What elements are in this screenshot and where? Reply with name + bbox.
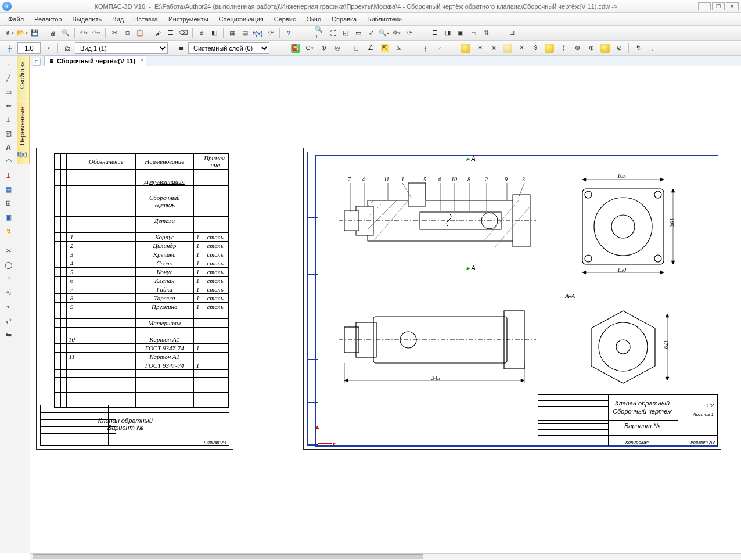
menu-window[interactable]: Окно [301,15,326,24]
panel-properties[interactable]: ≡ Свойства [17,56,30,102]
tool-circle[interactable]: ◯ [3,259,15,271]
osnap-3[interactable]: ⋇ [487,42,500,54]
tool-bez[interactable]: ⌁ [3,301,15,313]
tool-c[interactable]: ▦ [226,27,238,39]
osnap-10[interactable]: ⊕ [585,42,598,54]
tool-text[interactable]: A [3,142,15,153]
tool-tol[interactable]: ± [3,170,15,181]
osnap-2[interactable]: ✶ [473,42,486,54]
cut-button[interactable]: ✂ [109,27,120,39]
snap-center[interactable]: ◎ [331,42,344,54]
snap-end[interactable]: ⊙ [303,42,316,54]
tool-meas[interactable]: ⟟ [3,273,15,285]
osnap-6[interactable]: ※ [529,42,542,54]
print-button[interactable]: 🖨 [47,27,59,39]
drawing-canvas[interactable]: Обозначение Наименование Примеч. ние Док… [30,66,741,553]
horizontal-scrollbar[interactable] [30,553,741,560]
zoom-all-button[interactable]: ▭ [352,27,364,39]
osnap-1[interactable] [459,42,472,54]
tool-mirror[interactable]: ⇋ [3,329,15,340]
tool-dim2[interactable]: ⟂ [3,114,15,125]
spec-btn-e[interactable]: ⇅ [480,27,492,39]
polar[interactable]: ∠ [364,42,377,54]
maximize-button[interactable]: ❐ [712,2,725,10]
minimize-button[interactable]: _ [698,2,711,10]
views-manager[interactable]: 🗂 [61,42,74,54]
scrollbar-thumb[interactable] [33,554,423,559]
snap-xy[interactable]: ⇱ [378,42,391,54]
close-button[interactable]: ✕ [726,2,739,10]
constraint-b[interactable]: ⟋ [433,42,445,54]
osnap-7[interactable] [543,42,556,54]
tool-d[interactable]: ▤ [239,27,251,39]
snap-mid[interactable]: ⊕ [317,42,330,54]
zoom-window-button[interactable]: ⛶ [327,27,339,39]
constraint-a[interactable]: ⟊ [419,42,431,54]
pan-button[interactable]: ✥ [391,27,402,39]
osnap-8[interactable]: ⊹ [557,42,570,54]
fx-button[interactable]: f(x) [252,27,264,39]
osnap-5[interactable]: ✕ [515,42,528,54]
menu-file[interactable]: Файл [3,15,28,24]
menu-tools[interactable]: Инструменты [164,15,213,24]
lib-button[interactable]: ⊞ [506,27,517,39]
ortho[interactable]: ∟ [350,42,363,54]
new-button[interactable]: 🗎 [3,27,15,39]
redo-button[interactable]: ↷ [91,27,102,39]
spec-btn-a[interactable]: ☰ [429,27,441,39]
save-button[interactable]: 💾 [29,27,41,39]
menu-insert[interactable]: Вставка [130,15,163,24]
tool-b[interactable]: ◧ [208,27,220,39]
tool-sheet[interactable]: 🗎 [3,198,15,209]
osnap-9[interactable]: ⊛ [571,42,584,54]
zoom-out-button[interactable]: 🔍- [378,27,390,39]
tool-e[interactable]: ⟳ [265,27,276,39]
menu-help[interactable]: Справка [327,15,361,24]
tool-point[interactable]: · [3,58,15,70]
zoom-prev-button[interactable]: ◱ [340,27,351,39]
tool-block[interactable]: ▣ [3,211,15,223]
tool-line[interactable]: ╱ [3,72,15,84]
tool-trim[interactable]: ✂ [3,245,15,257]
spec-btn-b[interactable]: ◨ [442,27,454,39]
tool-a[interactable]: ⌀ [196,27,207,39]
zoom-fit-button[interactable]: ⤢ [365,27,377,39]
layers-manager[interactable]: ≣ [174,42,187,54]
tool-table[interactable]: ▦ [3,184,15,195]
scale-input[interactable] [17,42,41,54]
document-tab[interactable]: 🗎 Сборочный чертёж(V 11) × [44,55,146,66]
layer-select[interactable]: Системный слой (0) [188,42,269,54]
tool-hatch[interactable]: ▨ [3,128,15,139]
brush-button[interactable]: 🖌 [152,27,164,39]
osnap-11[interactable] [599,42,611,54]
scale-drop[interactable] [42,42,55,54]
eraser-button[interactable]: ⌫ [178,27,189,39]
osnap-4[interactable] [501,42,514,54]
view-select[interactable]: Вид 1 (1) [75,42,168,54]
osnap-off[interactable]: ↯ [632,42,645,54]
tool-dim1[interactable]: ⇔ [3,100,15,112]
menu-service[interactable]: Сервис [269,15,301,24]
undo-button[interactable]: ↶ [78,27,89,39]
tool-arc[interactable]: ◠ [3,156,15,167]
snap-track[interactable]: ⇲ [392,42,405,54]
copy-button[interactable]: ⧉ [121,27,133,39]
grid-toggle[interactable]: ┼ [3,42,16,54]
open-button[interactable]: 📂 [16,27,28,39]
osnap-cfg[interactable]: … [646,42,659,54]
osnap-12[interactable]: ⊘ [613,42,625,54]
tool-rect[interactable]: ▭ [3,86,15,98]
spec-btn-c[interactable]: ▣ [455,27,466,39]
panel-variables[interactable]: f(x) Переменные [17,102,30,164]
document-tab-close[interactable]: × [141,57,143,63]
properties-button[interactable]: ☰ [165,27,177,39]
doc-tree-button[interactable]: ⊞ [33,58,41,66]
tool-spline[interactable]: ∿ [3,287,15,299]
menu-editor[interactable]: Редактор [30,15,66,24]
snap-magnet[interactable]: 🧲 [289,42,302,54]
tool-sel[interactable]: ↯ [3,225,15,237]
refresh-button[interactable]: ⟳ [404,27,415,39]
zoom-in-button[interactable]: 🔍+ [314,27,326,39]
help-button[interactable]: ? [283,27,294,39]
menu-select[interactable]: Выделить [67,15,106,24]
